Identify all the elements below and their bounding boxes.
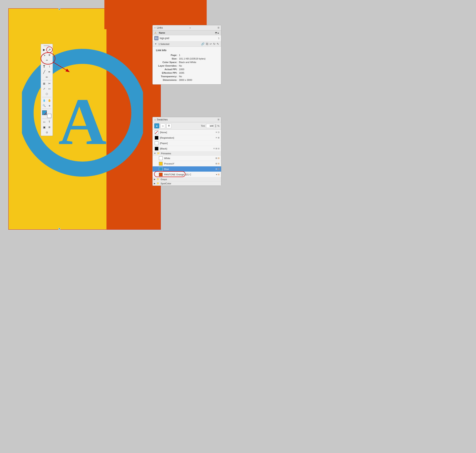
links-relink-icon[interactable]: ↩ xyxy=(210,42,212,45)
link-info-layeroverrides-value: No xyxy=(179,64,218,67)
swatch-item-none[interactable]: [None] ✕ ⊡ xyxy=(153,130,221,135)
swatch-item-registration[interactable]: [Registration] ✕ ⊞ xyxy=(153,135,221,141)
free-transform[interactable]: ⤢ xyxy=(42,86,47,91)
link-info-layeroverrides-label: Layer Overrides: xyxy=(156,64,179,67)
links-refresh-icon[interactable]: ↻ xyxy=(213,42,215,45)
type-tool[interactable]: T xyxy=(42,64,47,69)
background-color-swatch[interactable] xyxy=(47,114,51,118)
swatch-pantone-orange-color xyxy=(159,173,163,177)
type-on-path[interactable]: ⌇ xyxy=(47,64,52,69)
selection-tool[interactable]: ▶ xyxy=(42,47,47,52)
link-info-colorspace-label: Color Space: xyxy=(156,61,179,64)
link-info-transparency-label: Transparency: xyxy=(156,75,179,78)
primaries-group-name: Primaries xyxy=(161,152,171,155)
swatch-group-primaries[interactable]: ▼ 📁 Primaries xyxy=(153,151,221,156)
page-tool[interactable]: ↘ xyxy=(42,52,47,57)
swatch-black-name: [Black] xyxy=(160,147,212,150)
links-panel: × Links » ≡ ⚠ Name ⬒▲ Ps logo.psd 1 ▼ 1 … xyxy=(152,25,221,85)
grays-folder-icon: 📁 xyxy=(156,178,159,181)
link-info-title: Link Info xyxy=(156,49,218,52)
polygon-tool[interactable]: ⬡ xyxy=(44,92,49,96)
links-row-page: 1 xyxy=(216,37,220,39)
toolbar-handle xyxy=(43,45,51,47)
pencil-tool[interactable]: ✏ xyxy=(44,75,49,79)
canvas-area: A xyxy=(8,8,161,230)
link-info-page-label: Page: xyxy=(156,54,179,56)
swatches-tint-arrows[interactable]: ▲ ▼ xyxy=(215,124,216,128)
pen-tool[interactable]: ✒ xyxy=(47,69,52,74)
swatch-blue-icons: ⊞ ⊟ xyxy=(215,168,220,170)
swatch-item-paper[interactable]: [Paper] xyxy=(153,141,221,146)
swatches-tint-input[interactable] xyxy=(206,124,214,128)
preview-mode[interactable]: ▣ xyxy=(42,125,47,130)
swatch-white-name: White xyxy=(164,157,214,159)
link-info-effectiveppi-label: Effective PPI: xyxy=(156,72,179,74)
spotcolor-arrow-icon: ▶ xyxy=(154,182,156,184)
links-table-header: ⚠ Name ⬒▲ xyxy=(153,30,221,35)
links-name-col[interactable]: Name xyxy=(159,32,214,34)
links-row-ps-icon: Ps xyxy=(154,36,158,40)
links-chevron-icon: ▼ xyxy=(155,43,157,45)
links-action-icons: 🔗 ⛓ ↩ ↻ ✎ xyxy=(201,42,219,45)
swatches-stroke-btn[interactable]: □ xyxy=(160,123,165,128)
content-collector[interactable]: ⊕ xyxy=(47,52,52,57)
links-panel-title: Links xyxy=(157,26,163,29)
swatches-collapse-icon: ◇ xyxy=(154,119,156,121)
spotcolor-folder-icon: 📁 xyxy=(156,182,159,185)
links-edit-icon[interactable]: ✎ xyxy=(217,42,219,45)
links-panel-close-btn[interactable]: × xyxy=(154,27,156,29)
links-unlink-icon[interactable]: ⛓ xyxy=(206,42,208,45)
swatches-menu-btn[interactable]: ≡ xyxy=(218,118,220,121)
gap-tool[interactable]: ⇔ xyxy=(44,58,49,63)
swatch-item-black[interactable]: [Black] ✕ ⊞ ⊟ xyxy=(153,146,221,151)
measure-tool[interactable]: ⊕ xyxy=(47,103,52,108)
frame-edges[interactable]: T xyxy=(47,120,52,124)
links-warning-col: ⚠ xyxy=(154,31,158,34)
color-swatch-area[interactable] xyxy=(42,110,51,118)
grid-tool[interactable]: ⊞ xyxy=(47,125,52,130)
swatch-white-icons: ⊞ ⊟ xyxy=(215,157,220,159)
primaries-folder-icon: 📁 xyxy=(157,152,160,155)
normal-view[interactable]: ▭ xyxy=(42,120,47,124)
line-tool[interactable]: ╱ xyxy=(42,69,47,74)
link-info-actualppi-label: Actual PPI: xyxy=(156,68,179,71)
link-info-section: Link Info Page: 1 Size: 101.1 KB (103519… xyxy=(153,47,221,84)
link-info-page-value: 1 xyxy=(179,54,218,56)
swatches-tint-label: Tint: xyxy=(201,125,205,127)
links-row-logo[interactable]: Ps logo.psd 1 xyxy=(153,35,221,41)
swatch-blue-name: Blue xyxy=(164,168,214,170)
swatch-black-color xyxy=(155,147,158,150)
grays-group-name: Grays xyxy=(161,178,167,181)
hand-tool[interactable]: ✋ xyxy=(47,98,52,103)
swatch-none-name: [None] xyxy=(160,131,214,134)
eyedropper-tool[interactable]: 💧 xyxy=(42,98,47,103)
direct-selection-tool[interactable]: ↗ xyxy=(47,47,52,52)
links-chain-icon[interactable]: 🔗 xyxy=(201,42,204,45)
link-info-size-label: Size: xyxy=(156,57,179,60)
place-gun[interactable]: ⊡ xyxy=(44,130,49,135)
zoom-tool[interactable]: 🔍 xyxy=(42,103,47,108)
swatch-none-icons: ✕ ⊡ xyxy=(215,131,220,133)
swatch-pantone-orange-name: PANTONE Orange 021 C xyxy=(164,173,214,176)
swatch-item-white[interactable]: White ⊞ ⊟ xyxy=(153,156,221,161)
link-info-effectiveppi-value: 1695 xyxy=(179,72,218,74)
links-selected-count: 1 Selected xyxy=(158,43,199,45)
svg-text:A: A xyxy=(58,85,107,158)
swatch-group-grays[interactable]: ▶ 📁 Grays xyxy=(153,177,221,181)
swatch-white-color xyxy=(159,156,163,160)
links-selected-bar: ▼ 1 Selected 🔗 ⛓ ↩ ↻ ✎ xyxy=(153,41,221,47)
swatch-blue-color xyxy=(159,167,163,171)
swatch-item-processy[interactable]: ProcessY ⊞ ⊟ xyxy=(153,161,221,166)
swatches-text-btn[interactable]: T xyxy=(166,123,171,128)
links-panel-menu-btn[interactable]: ≡ xyxy=(218,26,220,30)
swatches-fill-btn[interactable]: ■ xyxy=(154,123,159,128)
rectangle-tool[interactable]: ▭ xyxy=(47,86,52,91)
swatch-item-pantone-orange[interactable]: PANTONE Orange 021 C ● ⊟ xyxy=(153,172,221,177)
links-panel-expand-btn[interactable]: » xyxy=(189,27,191,29)
scissors-tool[interactable]: ✂ xyxy=(47,81,52,86)
spotcolor-group-name: SpotColor xyxy=(161,182,171,185)
rectangle-frame[interactable]: ⊠ xyxy=(42,81,47,86)
swatch-group-spotcolor[interactable]: ▶ 📁 SpotColor xyxy=(153,181,221,186)
swatch-item-blue[interactable]: Blue ⊞ ⊟ xyxy=(153,166,221,172)
orange-top-right xyxy=(104,0,207,29)
